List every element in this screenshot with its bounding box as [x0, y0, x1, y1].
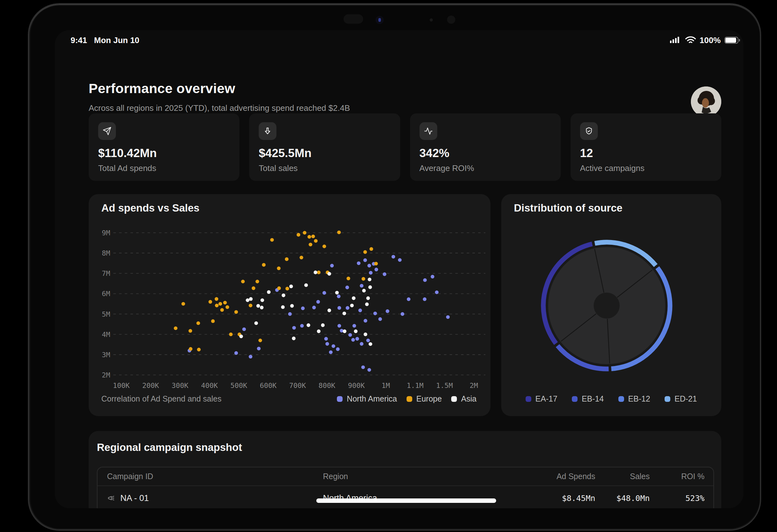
legend-label: EB-14	[582, 394, 603, 404]
svg-text:900K: 900K	[348, 382, 365, 390]
kpi-row: $110.42Mn Total Ad spends $425.5Mn Total…	[89, 113, 721, 181]
charts-row: Ad spends vs Sales 9M8M7M6M5M4M3M2M100K2…	[89, 194, 721, 416]
table-title: Regional campaign snapshot	[97, 441, 713, 453]
cell-ad-spends: $8.45Mn	[500, 494, 595, 503]
legend-dot-eb-14	[572, 396, 577, 402]
svg-text:9M: 9M	[102, 229, 111, 237]
page-subtitle: Across all regions in 2025 (YTD), total …	[89, 103, 721, 113]
donut-legend: EA-17 EB-14 EB-12 ED-21	[501, 394, 721, 404]
kpi-card-total-sales: $425.5Mn Total sales	[249, 113, 400, 181]
table-row[interactable]: NA - 01 North America $8.45Mn $48.0Mn 52…	[98, 486, 713, 508]
legend-item-eb-14[interactable]: EB-14	[572, 394, 603, 404]
kpi-card-total-ad-spends: $110.42Mn Total Ad spends	[89, 113, 239, 181]
svg-text:700K: 700K	[289, 382, 306, 390]
scatter-caption: Correlation of Ad Spend and sales	[101, 394, 221, 404]
kpi-value: 12	[580, 146, 593, 160]
kpi-label: Average ROI%	[420, 164, 474, 173]
kpi-value: 342%	[420, 146, 450, 160]
legend-item-ed-21[interactable]: ED-21	[665, 394, 697, 404]
tablet-device-frame: 9:41 Mon Jun 10	[28, 3, 761, 531]
legend-label: Asia	[461, 394, 476, 404]
svg-text:1.5M: 1.5M	[436, 382, 453, 390]
svg-text:200K: 200K	[142, 382, 159, 390]
legend-dot-ed-21	[665, 396, 670, 402]
legend-dot-asia	[451, 396, 457, 402]
kpi-card-average-roi: 342% Average ROI%	[410, 113, 561, 181]
legend-label: Europe	[416, 394, 442, 404]
shield-check-icon	[580, 122, 598, 140]
kpi-value: $110.42Mn	[98, 146, 157, 160]
cell-sales: $48.0Mn	[595, 494, 650, 503]
battery-icon	[725, 37, 738, 44]
cell-campaign-id: NA - 01	[120, 493, 149, 503]
avatar[interactable]	[691, 87, 721, 117]
camera-pill-cutout	[344, 14, 363, 24]
svg-text:4M: 4M	[102, 331, 111, 338]
legend-label: EA-17	[535, 394, 557, 404]
mic-dot	[430, 18, 433, 21]
legend-dot-europe	[407, 396, 412, 402]
scatter-legend: North America Europe Asia	[337, 394, 476, 404]
svg-text:600K: 600K	[260, 382, 277, 390]
col-campaign-id: Campaign ID	[98, 472, 323, 481]
table-header-row: Campaign ID Region Ad Spends Sales ROI %	[98, 467, 713, 486]
legend-label: EB-12	[628, 394, 650, 404]
svg-text:400K: 400K	[201, 382, 218, 390]
arrow-down-icon	[259, 122, 276, 140]
legend-item-north-america[interactable]: North America	[337, 394, 397, 404]
kpi-label: Active campaigns	[580, 164, 645, 173]
send-icon	[98, 122, 116, 140]
svg-text:2M: 2M	[102, 371, 111, 379]
kpi-label: Total sales	[259, 164, 298, 173]
svg-text:3M: 3M	[102, 351, 111, 359]
legend-item-asia[interactable]: Asia	[451, 394, 476, 404]
status-date: Mon Jun 10	[94, 35, 139, 45]
scatter-panel: Ad spends vs Sales 9M8M7M6M5M4M3M2M100K2…	[89, 194, 490, 416]
svg-text:7M: 7M	[102, 270, 111, 278]
donut-panel: Distribution of source EA-17 EB-14 EB-12	[501, 194, 721, 416]
tablet-screen: 9:41 Mon Jun 10	[55, 30, 744, 508]
svg-text:6M: 6M	[102, 290, 111, 298]
status-time: 9:41	[71, 35, 87, 45]
svg-text:1.1M: 1.1M	[407, 382, 424, 390]
col-region: Region	[323, 472, 500, 481]
kpi-label: Total Ad spends	[98, 164, 156, 173]
legend-dot-ea-17	[526, 396, 531, 402]
svg-text:2M: 2M	[469, 382, 478, 390]
svg-text:500K: 500K	[230, 382, 248, 390]
campaign-icon	[107, 494, 115, 502]
battery-percent: 100%	[700, 35, 721, 45]
legend-item-ea-17[interactable]: EA-17	[526, 394, 557, 404]
legend-item-eb-12[interactable]: EB-12	[619, 394, 650, 404]
cellular-signal-icon	[670, 36, 681, 44]
activity-icon	[420, 122, 437, 140]
scatter-footer: Correlation of Ad Spend and sales North …	[101, 394, 476, 404]
kpi-value: $425.5Mn	[259, 146, 312, 160]
table-panel: Regional campaign snapshot Campaign ID R…	[89, 431, 721, 508]
legend-label: ED-21	[674, 394, 697, 404]
col-ad-spends: Ad Spends	[500, 472, 595, 481]
col-roi: ROI %	[650, 472, 713, 481]
svg-text:800K: 800K	[319, 382, 336, 390]
front-camera-icon	[375, 16, 384, 24]
scatter-chart: 9M8M7M6M5M4M3M2M100K200K300K400K500K600K…	[89, 194, 490, 416]
svg-text:1M: 1M	[381, 382, 390, 390]
wifi-icon	[685, 36, 696, 44]
legend-item-europe[interactable]: Europe	[407, 394, 442, 404]
svg-text:300K: 300K	[172, 382, 189, 390]
status-bar: 9:41 Mon Jun 10	[55, 34, 744, 46]
svg-text:8M: 8M	[102, 249, 111, 257]
light-sensor	[447, 15, 455, 24]
legend-label: North America	[347, 394, 397, 404]
svg-text:5M: 5M	[102, 310, 111, 318]
kpi-card-active-campaigns: 12 Active campaigns	[571, 113, 721, 181]
home-indicator[interactable]	[316, 499, 496, 503]
page-header: Performance overview Across all regions …	[89, 81, 721, 113]
cell-roi: 523%	[650, 494, 713, 503]
legend-dot-eb-12	[619, 396, 624, 402]
donut-chart	[501, 194, 721, 416]
legend-dot-north-america	[337, 396, 343, 402]
col-sales: Sales	[595, 472, 650, 481]
page-title: Performance overview	[89, 81, 721, 96]
svg-text:100K: 100K	[113, 382, 130, 390]
